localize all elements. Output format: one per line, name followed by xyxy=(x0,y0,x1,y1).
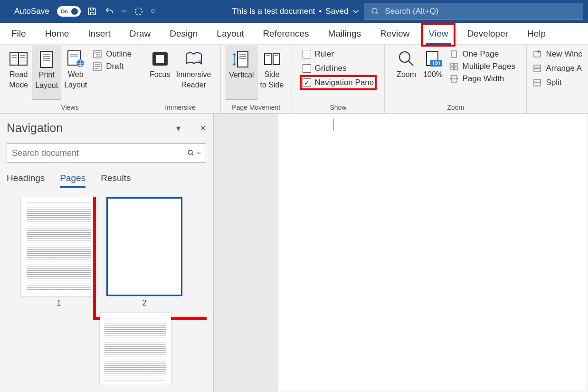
tab-design[interactable]: Design xyxy=(166,26,201,42)
group-views: Read Mode Print Layout Web Layout Outlin… xyxy=(0,45,140,113)
chevron-down-icon xyxy=(352,8,359,15)
tab-review[interactable]: Review xyxy=(376,26,413,42)
views-group-label: Views xyxy=(61,104,79,112)
qat-customize-icon[interactable] xyxy=(150,5,156,18)
page-number-1: 1 xyxy=(57,299,61,307)
read-mode-button[interactable]: Read Mode xyxy=(5,47,32,100)
checkbox-checked-icon xyxy=(303,78,311,87)
views-small-list: Outline Draft xyxy=(90,47,134,74)
search-input[interactable] xyxy=(385,7,576,16)
tab-home[interactable]: Home xyxy=(41,26,73,42)
tab-draw[interactable]: Draw xyxy=(126,26,154,42)
zoom-button[interactable]: Zoom xyxy=(393,47,420,100)
nav-search-input[interactable] xyxy=(12,148,187,158)
tab-view[interactable]: View xyxy=(425,26,452,42)
search-icon xyxy=(371,7,379,16)
undo-icon[interactable] xyxy=(103,5,116,18)
svg-rect-31 xyxy=(265,53,271,65)
one-page-button[interactable]: One Page xyxy=(449,49,516,59)
draft-icon xyxy=(93,62,102,71)
search-box[interactable] xyxy=(364,3,583,20)
undo-dropdown-icon[interactable] xyxy=(121,5,127,18)
svg-rect-39 xyxy=(452,51,456,57)
document-title[interactable]: This is a test document • Saved xyxy=(232,7,359,16)
draft-button[interactable]: Draft xyxy=(93,62,132,71)
save-icon[interactable] xyxy=(85,5,98,18)
nav-search-icon[interactable] xyxy=(187,149,201,157)
nav-pane-close-icon[interactable]: ✕ xyxy=(199,123,207,134)
svg-rect-26 xyxy=(156,55,164,63)
autosave-toggle[interactable]: On xyxy=(57,6,81,17)
arrange-all-button[interactable]: Arrange A xyxy=(532,64,582,73)
navigation-title: Navigation xyxy=(7,121,63,135)
focus-icon xyxy=(150,49,171,68)
tab-layout[interactable]: Layout xyxy=(213,26,247,42)
page-thumbnails: 1 2 xyxy=(7,197,207,384)
immersive-reader-button[interactable]: Immersive Reader xyxy=(173,47,214,100)
tab-insert[interactable]: Insert xyxy=(84,26,114,42)
group-show: Ruler Gridlines Navigation Pane Show xyxy=(292,45,385,113)
nav-tab-results[interactable]: Results xyxy=(101,173,131,188)
document-area[interactable] xyxy=(214,114,588,392)
tab-help[interactable]: Help xyxy=(523,26,550,42)
checkbox-icon xyxy=(303,64,311,73)
split-button[interactable]: Split xyxy=(532,78,561,87)
svg-point-1 xyxy=(372,8,377,13)
checkbox-icon xyxy=(303,50,311,58)
redo-icon[interactable] xyxy=(132,5,145,18)
nav-tab-pages[interactable]: Pages xyxy=(60,173,85,188)
page-width-button[interactable]: Page Width xyxy=(449,74,516,84)
ribbon-body: Read Mode Print Layout Web Layout Outlin… xyxy=(0,45,588,114)
svg-text:100: 100 xyxy=(432,61,440,66)
group-window: New Winc Arrange A Split xyxy=(527,45,588,113)
navigation-header: Navigation ▾ ✕ xyxy=(7,121,207,135)
group-immersive: Focus Immersive Reader Immersive xyxy=(140,45,221,113)
outline-button[interactable]: Outline xyxy=(93,49,132,59)
focus-button[interactable]: Focus xyxy=(147,47,173,100)
group-zoom: Zoom 100 100% One Page Multiple Pages Pa… xyxy=(385,45,527,113)
page-width-icon xyxy=(449,74,459,84)
print-layout-button[interactable]: Print Layout xyxy=(32,47,61,100)
ribbon-tabs: File Home Insert Draw Design Layout Refe… xyxy=(0,23,588,45)
zoom-100-icon: 100 xyxy=(423,49,444,68)
multiple-pages-button[interactable]: Multiple Pages xyxy=(449,62,516,71)
doc-name: This is a test document xyxy=(232,7,315,16)
tab-references[interactable]: References xyxy=(259,26,313,42)
vertical-button[interactable]: Vertical xyxy=(226,47,257,100)
ruler-checkbox[interactable]: Ruler xyxy=(303,49,334,59)
gridlines-checkbox[interactable]: Gridlines xyxy=(303,64,347,73)
text-cursor xyxy=(333,119,333,131)
tab-file[interactable]: File xyxy=(8,26,30,42)
zoom-100-button[interactable]: 100 100% xyxy=(420,47,446,100)
page-thumb-2[interactable]: 2 xyxy=(106,197,182,307)
print-layout-icon xyxy=(36,50,57,69)
svg-rect-8 xyxy=(40,51,53,67)
immersive-reader-icon xyxy=(183,49,204,68)
document-page[interactable] xyxy=(278,114,588,392)
web-layout-button[interactable]: Web Layout xyxy=(61,47,90,100)
new-window-button[interactable]: New Winc xyxy=(532,49,582,59)
nav-pane-menu-icon[interactable]: ▾ xyxy=(176,123,180,134)
svg-point-0 xyxy=(135,8,142,15)
tab-developer[interactable]: Developer xyxy=(463,26,512,42)
new-window-icon xyxy=(532,49,542,59)
side-to-side-button[interactable]: Side to Side xyxy=(257,47,287,100)
tab-mailings[interactable]: Mailings xyxy=(324,26,365,42)
title-bar: AutoSave On This is a test document • Sa… xyxy=(0,0,588,23)
svg-rect-27 xyxy=(237,52,248,67)
autosave-on-text: On xyxy=(61,9,68,14)
save-state: Saved xyxy=(325,7,348,16)
immersive-group-label: Immersive xyxy=(165,104,196,112)
nav-search-box[interactable] xyxy=(7,143,206,163)
doc-gutter xyxy=(214,114,278,392)
page-thumb-1[interactable]: 1 xyxy=(21,197,97,307)
title-sep: • xyxy=(319,7,322,16)
outline-icon xyxy=(93,49,102,59)
page-movement-group-label: Page Movement xyxy=(232,104,280,112)
side-to-side-icon xyxy=(262,49,283,68)
content-area: Navigation ▾ ✕ Headings Pages Results 1 xyxy=(0,114,588,392)
navigation-pane-checkbox[interactable]: Navigation Pane xyxy=(303,78,374,87)
page-thumb-3[interactable] xyxy=(64,313,207,384)
toggle-knob xyxy=(71,8,78,15)
nav-tab-headings[interactable]: Headings xyxy=(7,173,45,188)
